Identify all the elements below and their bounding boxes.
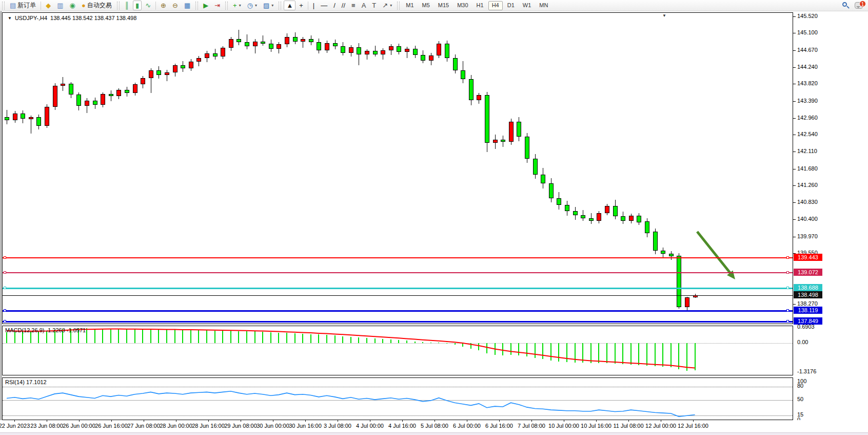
indicators-button[interactable]: +▾ [230,1,244,10]
price-tick-mark [793,50,796,51]
resistance-line-1-anchor[interactable] [4,256,6,259]
time-tick-mark [241,420,241,422]
time-tick-mark [531,420,532,422]
zoom-out-icon: ⊖ [172,2,178,9]
zoom-in-button[interactable]: ⊕ [158,1,169,10]
rsi-axis-label: 80 [797,383,803,389]
webtrader-button[interactable]: ▥ [54,1,66,10]
price-tick-label: 140.830 [797,199,818,205]
resistance-line-1-anchor[interactable] [786,256,789,259]
vertical-line-button[interactable]: | [310,1,317,10]
cursor-button[interactable]: ▲ [284,1,295,10]
pivot-line-anchor[interactable] [786,287,789,289]
timeframe-h1[interactable]: H1 [473,1,487,10]
timeframe-mn[interactable]: MN [536,1,551,10]
new-order-button[interactable]: ▤新订单 [7,1,38,10]
price-tick-mark [793,169,796,169]
timeframe-m15[interactable]: M15 [435,1,452,10]
resistance-line-2[interactable] [3,272,793,273]
timeframe-m1[interactable]: M1 [402,1,417,10]
price-tick-mark [793,101,796,102]
support-line-2[interactable] [3,321,793,323]
line-chart-button[interactable]: ∿ [143,1,153,10]
vertical-line-icon: | [313,2,314,9]
periods-button[interactable]: ◷▾ [245,1,260,10]
candle-chart-button[interactable]: ▮ [133,1,142,10]
pivot-line-anchor[interactable] [4,287,6,289]
channel-icon: // [342,2,345,9]
time-tick-mark [47,420,47,422]
current-price-badge: 138.498 [794,291,822,298]
time-tick-mark [370,420,370,422]
price-tick-label: 140.400 [797,216,818,222]
support-line-1[interactable] [3,310,793,312]
timeframe-d1[interactable]: D1 [504,1,518,10]
support-line-1-anchor[interactable] [786,309,789,312]
time-label: 4 Jul 00:00 [356,423,384,429]
textlabel-button[interactable]: T [369,1,379,10]
auto-scroll-icon: ▶ [203,2,208,9]
price-axis: 145.520145.100144.670144.240143.820143.3… [793,12,868,432]
gold-ingot-button[interactable]: ◆ [43,1,53,10]
horizontal-line-button[interactable]: — [318,1,330,10]
price-tick-mark [793,33,796,33]
auto-scroll-button[interactable]: ▶ [201,1,211,10]
toolbar: ▤新订单◆▥◉●自动交易║▮∿⊕⊖▦▶⇥+▾◷▾▨▾▲+|—///≡AT↗▾M1… [0,0,868,11]
time-tick-mark [661,420,661,422]
time-tick-mark [79,420,80,422]
notifications-icon[interactable]: 1 [855,2,863,9]
rsi-axis-label: 50 [797,396,803,402]
autotrading-button[interactable]: ●自动交易 [79,1,114,10]
tile-windows-button[interactable]: ▦ [182,1,193,10]
signals-button[interactable]: ◉ [67,1,78,10]
time-tick-mark [111,420,112,422]
macd-axis-label: 0.6903 [797,324,815,330]
crosshair-button[interactable]: + [297,1,306,10]
price-tick-mark [793,16,796,17]
price-tick-mark [793,118,796,119]
resistance-line-1[interactable] [3,257,793,258]
price-tick-label: 143.390 [797,98,818,104]
price-pane: ▼ USDJPY-,H4 138.445 138.542 138.437 138… [2,12,793,324]
timeframe-w1[interactable]: W1 [519,1,535,10]
chart-shift-button[interactable]: ⇥ [212,1,223,10]
time-axis: 22 Jun 202323 Jun 08:0026 Jun 00:0026 Ju… [0,420,868,432]
shapes-button[interactable]: ↗▾ [380,1,394,10]
shapes-icon: ↗ [382,2,388,9]
resistance-line-1-badge: 139.443 [794,254,822,261]
trendline-button[interactable]: / [331,1,338,10]
pivot-line[interactable] [3,288,793,289]
time-label: 6 Jul 16:00 [485,423,513,429]
time-label: 28 Jun 16:00 [192,423,225,429]
timeframe-m5[interactable]: M5 [419,1,433,10]
price-tick-label: 139.970 [797,233,818,239]
time-tick-mark [208,420,209,422]
price-tick-label: 144.240 [797,64,818,70]
fibonacci-button[interactable]: ≡ [349,1,358,10]
timeframe-m30[interactable]: M30 [453,1,471,10]
toolbar-grip [397,2,400,10]
text-button[interactable]: A [359,1,369,10]
support-line-2-anchor[interactable] [4,320,6,323]
support-line-2-anchor[interactable] [786,320,789,323]
timeframe-h4[interactable]: H4 [488,1,503,10]
channel-button[interactable]: // [339,1,348,10]
rsi-line [3,378,793,420]
resistance-line-2-anchor[interactable] [786,271,789,274]
time-label: 28 Jun 00:00 [160,423,192,429]
macd-main-value: -1.2263 [46,327,65,333]
time-tick-mark [564,420,564,422]
chevron-down-icon: ▾ [239,3,241,8]
templates-button[interactable]: ▨▾ [261,1,276,10]
candle-chart-icon: ▮ [135,2,139,9]
search-icon[interactable] [842,2,850,9]
resistance-line-2-anchor[interactable] [4,271,6,274]
toolbar-separator [41,2,41,10]
time-label: 11 Jul 08:00 [613,423,643,429]
support-line-1-anchor[interactable] [4,309,6,312]
bar-chart-button[interactable]: ║ [122,1,132,10]
price-tick-mark [793,152,796,152]
tile-windows-icon: ▦ [184,2,190,9]
price-tick-mark [793,304,796,305]
zoom-out-button[interactable]: ⊖ [170,1,181,10]
